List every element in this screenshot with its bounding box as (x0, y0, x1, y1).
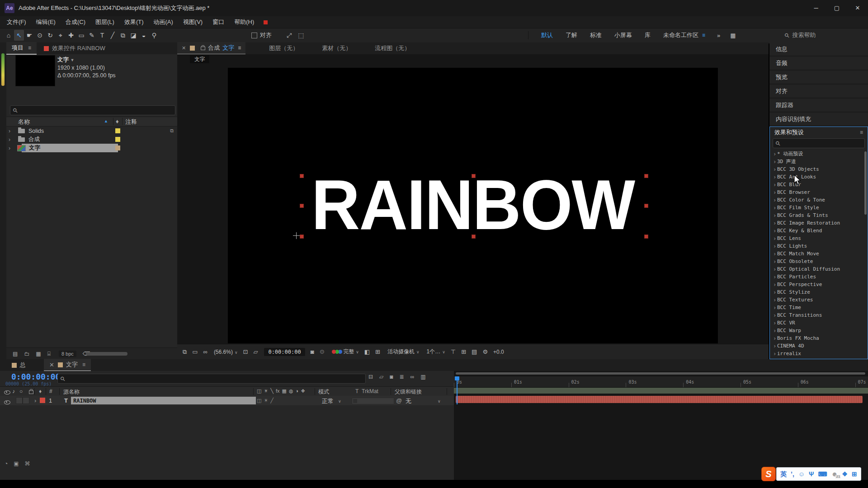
tab-effect-controls[interactable]: 效果控件 RAINBOW (44, 44, 105, 52)
label-color-swatch[interactable] (115, 128, 120, 133)
tool-button[interactable]: ↖ (14, 30, 24, 41)
selection-handle[interactable] (645, 174, 648, 178)
lock-icon[interactable] (201, 47, 205, 50)
proxy-icon[interactable]: ▣ (14, 460, 19, 467)
anchor-point-icon[interactable] (293, 232, 300, 239)
ime-toolbar-button[interactable]: ☻21 (831, 471, 838, 477)
workspace-overflow-button[interactable]: » (717, 32, 720, 39)
expand-chevron-icon[interactable] (772, 159, 777, 165)
render-settings-icon[interactable]: ◔ (5, 460, 8, 467)
snapshot-camera-icon[interactable]: ◙ (311, 348, 314, 355)
effect-category-row[interactable]: BCC Color & Tone (770, 196, 868, 204)
pickwhip-icon[interactable]: @ (396, 397, 402, 404)
bit-depth-badge[interactable]: 8 bpc (59, 351, 76, 357)
collapsed-panel-tab[interactable]: 音频 (769, 56, 868, 70)
layer-quality-icon[interactable]: ◫ (257, 398, 261, 404)
tab-footage[interactable]: 素材（无） (322, 44, 351, 52)
collapsed-panel-tab[interactable]: 内容识别填充 (769, 113, 868, 126)
menu-item[interactable]: 文件(F) (2, 18, 31, 26)
tool-button[interactable]: ⚲ (149, 30, 159, 41)
collapsed-panel-strip[interactable] (0, 42, 6, 359)
vertical-scrollbar[interactable] (864, 151, 867, 215)
effect-category-row[interactable]: * 动画预设 (770, 150, 868, 158)
layer-duration-bar[interactable] (456, 396, 863, 403)
tool-button[interactable]: ◒ (139, 30, 149, 41)
exposure-value[interactable]: +0.0 (493, 349, 504, 355)
view-layout-dropdown[interactable]: 1个…∨ (427, 348, 445, 356)
panel-menu-icon[interactable]: ≡ (28, 45, 31, 51)
tool-button[interactable]: ╱ (108, 30, 118, 41)
selection-handle[interactable] (645, 204, 648, 207)
selection-handle[interactable] (300, 204, 303, 207)
selection-handle[interactable] (472, 174, 475, 178)
help-search-input[interactable]: ⚲ 搜索帮助 (785, 30, 863, 40)
tool-button[interactable]: ☛ (24, 30, 34, 41)
minimize-button[interactable]: ─ (806, 0, 826, 16)
settings-icon[interactable]: ⌘ (25, 460, 30, 467)
expand-chevron-icon[interactable] (772, 328, 777, 334)
timeline-tab-total[interactable]: 总 (6, 359, 31, 371)
expand-chevron-icon[interactable] (6, 145, 13, 151)
snapshot-grid-icon[interactable]: ⬚ (298, 32, 304, 39)
workspace-tab[interactable]: 标准 (590, 31, 602, 39)
expand-chevron-icon[interactable] (6, 128, 13, 134)
horizontal-scrollbar[interactable] (86, 352, 127, 356)
effect-category-row[interactable]: BCC Transitions (770, 311, 868, 319)
effect-category-row[interactable]: BCC Blur (770, 181, 868, 188)
timeline-track-area[interactable]: 0s01s02s03s04s05s06s07s ▲ ▲ (454, 371, 868, 480)
effect-category-row[interactable]: BCC Optical Diffusion (770, 265, 868, 273)
expand-icon[interactable]: ⤢ (287, 32, 292, 39)
project-item-row[interactable]: 合成 ⧉ (6, 135, 177, 144)
timeline-tab-text[interactable]: ✕ 文字 ≡ (44, 359, 91, 371)
layer-row[interactable]: › 1 T RAINBOW ◫ ☀ ╱ 正常 ∨ @ 无 ∨ (0, 396, 454, 405)
effect-category-row[interactable]: BCC Textures (770, 296, 868, 304)
close-tab-icon[interactable]: ✕ (182, 45, 186, 51)
pixel-aspect-icon[interactable]: ⊤ (451, 348, 456, 355)
collapsed-panel-tab[interactable]: 预览 (769, 70, 868, 84)
playhead-handle[interactable] (455, 376, 459, 380)
layer-expand-chevron-icon[interactable]: › (34, 397, 36, 404)
tool-button[interactable]: ▭ (76, 30, 86, 41)
mask-visibility-icon[interactable]: ∞ (203, 348, 208, 355)
effect-category-row[interactable]: BCC Stylize (770, 288, 868, 296)
collapsed-panel-tab[interactable]: 跟踪器 (769, 99, 868, 112)
collapsed-panel-tab[interactable]: 对齐 (769, 84, 868, 98)
blend-mode-dropdown[interactable]: 正常 ∨ (322, 397, 341, 405)
expand-chevron-icon[interactable] (772, 320, 777, 326)
fast-preview-icon[interactable]: ◧ (364, 348, 370, 355)
menu-item[interactable]: 动画(A) (149, 18, 178, 26)
close-button[interactable]: ✕ (847, 0, 868, 16)
resolution-dropdown[interactable]: 完整∨ (343, 348, 359, 356)
column-trkmat[interactable]: TrkMat (362, 388, 378, 394)
tool-button[interactable]: ⌂ (4, 30, 14, 41)
roi-icon[interactable]: ⊡ (243, 348, 248, 355)
panel-grid-icon[interactable]: ▦ (730, 32, 736, 39)
tab-composition[interactable]: ✕ 合成 文字 ≡ (177, 42, 245, 55)
sort-up-icon[interactable]: ▲ (104, 119, 108, 123)
expand-chevron-icon[interactable] (772, 220, 777, 226)
label-color-swatch[interactable] (115, 137, 120, 142)
zoom-level-dropdown[interactable]: (56.6%)∨ (214, 349, 238, 355)
effect-category-row[interactable]: Boris FX Mocha (770, 334, 868, 342)
column-name[interactable]: 名称 (18, 118, 30, 126)
ime-toolbar-button[interactable]: Ψ (809, 471, 814, 477)
selection-handle[interactable] (472, 235, 475, 238)
viewer-timecode[interactable]: 0:00:00:00 (264, 348, 305, 356)
effect-category-row[interactable]: irrealix (770, 350, 868, 357)
show-snapshot-icon[interactable]: ⚙ (320, 348, 325, 355)
camera-dropdown[interactable]: 活动摄像机∨ (387, 348, 420, 356)
label-column-icon[interactable]: ♦ (39, 388, 42, 394)
adjust-icon[interactable]: ⌸ (47, 351, 51, 357)
timeline-button-icon[interactable]: ▤ (472, 348, 477, 355)
label-color-swatch[interactable] (115, 145, 120, 150)
graph-editor-icon[interactable]: ▥ (420, 374, 425, 380)
workspace-tab[interactable]: 未命名工作区 (663, 31, 698, 39)
channel-icon[interactable] (332, 350, 336, 354)
tool-button[interactable]: ⌖ (56, 30, 66, 41)
expand-chevron-icon[interactable] (772, 335, 777, 342)
effect-category-row[interactable]: BCC Grads & Tints (770, 211, 868, 219)
expand-chevron-icon[interactable] (772, 289, 777, 296)
expand-chevron-icon[interactable] (772, 258, 777, 265)
flowchart-button-icon[interactable]: ⚙ (482, 348, 488, 355)
layer-motionblur-icon[interactable]: ╱ (270, 398, 274, 404)
